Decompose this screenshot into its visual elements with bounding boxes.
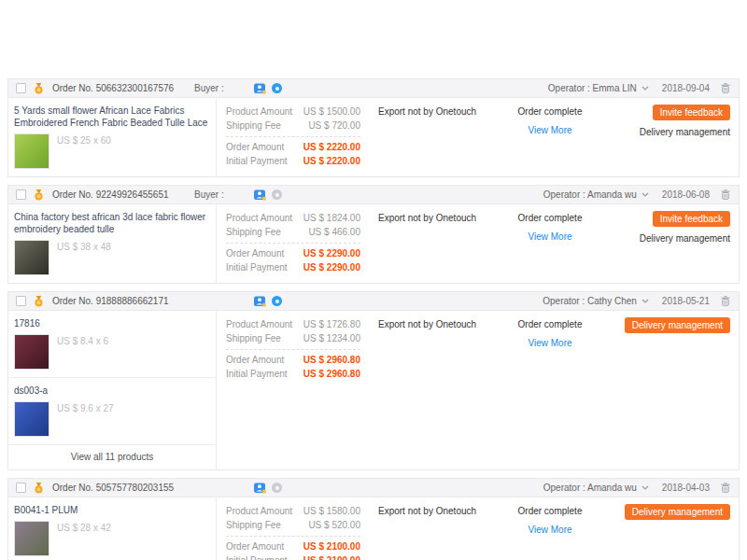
- initial-payment-label: Initial Payment: [226, 367, 288, 381]
- view-more-link[interactable]: View More: [528, 125, 571, 135]
- operator-label: Operator : Amanda wu: [543, 189, 637, 200]
- chevron-down-icon: [641, 86, 649, 91]
- operator-dropdown[interactable]: Operator : Amanda wu: [543, 189, 649, 200]
- chevron-down-icon: [641, 299, 649, 303]
- operator-dropdown[interactable]: Operator : Amanda wu: [543, 483, 649, 493]
- product-title[interactable]: B0041-1 PLUM: [14, 504, 208, 516]
- product-thumbnail[interactable]: [14, 521, 49, 556]
- order-number: Order No. 505757780203155: [52, 483, 194, 493]
- dashed-divider: [226, 243, 360, 244]
- payment-row: Product Amount US $ 1824.00: [226, 211, 360, 225]
- delivery-management-link[interactable]: Delivery management: [606, 127, 730, 137]
- initial-payment-label: Initial Payment: [226, 154, 288, 168]
- messenger-status-icon[interactable]: [272, 189, 282, 200]
- order-amount-label: Order Amount: [226, 353, 284, 367]
- order-body: China factory best african 3d lace fabri…: [8, 204, 739, 283]
- order-number: Order No. 506632300167576: [52, 83, 194, 93]
- contact-card-icon[interactable]: [254, 83, 266, 94]
- delivery-management-link[interactable]: Delivery management: [606, 233, 730, 244]
- shipping-fee-value: US $ 1234.00: [303, 331, 360, 345]
- export-status-text: Export not by Onetouch: [370, 497, 494, 560]
- product-title[interactable]: 17816: [14, 317, 208, 329]
- operator-label: Operator : Emma LIN: [548, 83, 637, 93]
- product-amount-label: Product Amount: [226, 211, 292, 225]
- shipping-fee-value: US $ 720.00: [308, 119, 360, 133]
- initial-payment-value: US $ 2290.00: [303, 260, 360, 274]
- export-status-text: Export not by Onetouch: [370, 204, 494, 283]
- order-amount-value: US $ 2100.00: [303, 539, 360, 553]
- delete-order-icon[interactable]: [721, 83, 730, 93]
- product-item: B0041-1 PLUM US $ 28 x 42: [8, 497, 216, 560]
- product-thumbnail[interactable]: [14, 240, 49, 275]
- payment-row: Initial Payment US $ 2220.00: [226, 154, 360, 168]
- order-date: 2018-05-21: [662, 296, 710, 306]
- view-more-link[interactable]: View More: [528, 231, 571, 242]
- operator-dropdown[interactable]: Operator : Emma LIN: [548, 83, 649, 93]
- order-checkbox[interactable]: [16, 483, 26, 493]
- order-body: B0041-1 PLUM US $ 28 x 42 Product Amount…: [8, 497, 739, 560]
- view-more-link[interactable]: View More: [528, 338, 571, 348]
- messenger-status-icon[interactable]: [272, 296, 282, 306]
- product-amount-value: US $ 1580.00: [303, 504, 360, 518]
- delete-order-icon[interactable]: [721, 483, 730, 493]
- payment-row: Product Amount US $ 1580.00: [226, 504, 360, 518]
- messenger-status-icon[interactable]: [272, 483, 282, 493]
- order-actions: Delivery management: [606, 497, 739, 560]
- delivery-management-button[interactable]: Delivery management: [625, 504, 730, 520]
- payment-row: Initial Payment US $ 2960.80: [226, 367, 360, 381]
- delete-order-icon[interactable]: [721, 296, 730, 306]
- dashed-divider: [226, 136, 360, 137]
- delete-order-icon[interactable]: [721, 189, 730, 200]
- payment-summary: Product Amount US $ 1580.00 Shipping Fee…: [217, 497, 370, 560]
- product-item: 17816 US $ 8.4 x 6: [8, 311, 216, 378]
- product-title[interactable]: ds003-a: [14, 385, 208, 397]
- order-status-text: Order complete: [494, 319, 606, 329]
- product-thumbnail[interactable]: [14, 334, 49, 370]
- contact-card-icon[interactable]: [254, 189, 266, 201]
- product-spec: US $ 8.4 x 6: [57, 336, 108, 346]
- initial-payment-value: US $ 2220.00: [303, 154, 360, 168]
- initial-payment-label: Initial Payment: [226, 260, 288, 274]
- product-thumbnail[interactable]: [14, 133, 49, 169]
- view-all-products-link[interactable]: View all 11 products: [8, 445, 216, 469]
- payment-row: Product Amount US $ 1726.80: [226, 317, 360, 331]
- order-checkbox[interactable]: [16, 189, 26, 200]
- order-card: Order No. 91888886662171 Operator : Cath…: [7, 291, 740, 470]
- invite-feedback-button[interactable]: Invite feedback: [653, 105, 730, 120]
- product-title[interactable]: China factory best african 3d lace fabri…: [14, 211, 208, 235]
- order-status-text: Order complete: [494, 213, 606, 223]
- buyer-label: Buyer :: [194, 83, 254, 93]
- order-body: 5 Yards small flower African Lace Fabric…: [8, 98, 739, 176]
- order-header: Order No. 505757780203155 Operator : Ama…: [8, 479, 739, 497]
- order-date: 2018-04-03: [662, 483, 710, 493]
- messenger-status-icon[interactable]: [272, 83, 282, 93]
- product-spec: US $ 28 x 42: [57, 523, 111, 533]
- order-checkbox[interactable]: [16, 83, 26, 93]
- order-checkbox[interactable]: [16, 296, 26, 306]
- operator-label: Operator : Cathy Chen: [543, 296, 637, 306]
- product-thumbnail[interactable]: [14, 401, 49, 437]
- delivery-management-button[interactable]: Delivery management: [625, 317, 730, 333]
- order-number: Order No. 91888886662171: [52, 296, 194, 306]
- payment-row: Order Amount US $ 2960.80: [226, 353, 360, 367]
- product-list: China factory best african 3d lace fabri…: [8, 204, 217, 283]
- shipping-fee-label: Shipping Fee: [226, 225, 281, 239]
- initial-payment-label: Initial Payment: [226, 553, 288, 560]
- contact-card-icon[interactable]: [254, 296, 266, 307]
- buyer-label: Buyer :: [194, 189, 254, 200]
- product-title[interactable]: 5 Yards small flower African Lace Fabric…: [14, 105, 208, 129]
- payment-row: Order Amount US $ 2100.00: [226, 539, 360, 553]
- order-header: Order No. 92249926455651 Buyer : Operato…: [8, 186, 739, 204]
- invite-feedback-button[interactable]: Invite feedback: [653, 211, 730, 227]
- view-more-link[interactable]: View More: [528, 525, 571, 535]
- payment-row: Shipping Fee US $ 720.00: [226, 119, 360, 133]
- operator-dropdown[interactable]: Operator : Cathy Chen: [543, 296, 649, 306]
- payment-row: Product Amount US $ 1500.00: [226, 105, 360, 119]
- contact-card-icon[interactable]: [254, 483, 266, 494]
- shipping-fee-label: Shipping Fee: [226, 331, 281, 345]
- product-item: ds003-a US $ 9.6 x 27: [8, 378, 216, 445]
- payment-row: Order Amount US $ 2220.00: [226, 140, 360, 154]
- product-list: 17816 US $ 8.4 x 6 ds003-a US $ 9.6 x 27…: [8, 311, 217, 469]
- gold-medal-icon: [34, 483, 44, 494]
- order-date: 2018-09-04: [662, 83, 710, 93]
